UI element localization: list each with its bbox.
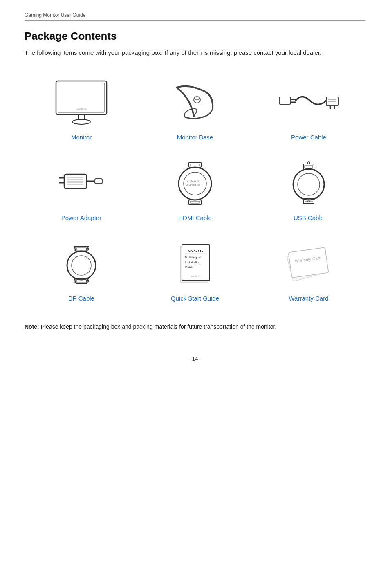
warranty-card-image: Warranty Card Warranty Card: [276, 238, 341, 291]
warranty-card-label: Warranty Card: [289, 295, 329, 302]
page-title: Package Contents: [25, 30, 365, 43]
svg-rect-29: [189, 162, 201, 167]
item-usb-cable: USB Cable: [252, 150, 365, 230]
svg-point-36: [298, 173, 320, 195]
item-power-cable: Power Cable: [252, 69, 365, 150]
monitor-base-label: Monitor Base: [177, 134, 213, 141]
item-hdmi-cable: GIGABYTE GIGABYTE HDMI Cable: [138, 150, 252, 230]
item-monitor: GIGABYTE Monitor: [25, 69, 138, 150]
item-warranty-card: Warranty Card Warranty Card Warranty Car…: [252, 230, 365, 311]
power-adapter-image: [49, 157, 114, 210]
hdmi-cable-image: GIGABYTE GIGABYTE: [162, 157, 228, 210]
svg-rect-34: [190, 201, 200, 203]
breadcrumb: Gaming Monitor User Guide: [25, 12, 365, 18]
intro-text: The following items come with your packa…: [25, 48, 365, 58]
package-contents-grid: GIGABYTE Monitor Monitor Base: [25, 69, 365, 311]
usb-cable-label: USB Cable: [294, 214, 324, 221]
svg-text:GIGABYTE: GIGABYTE: [186, 183, 200, 186]
svg-text:Multilingual: Multilingual: [185, 256, 201, 259]
svg-rect-38: [305, 165, 313, 168]
item-monitor-base: Monitor Base: [138, 69, 252, 150]
note-body: Please keep the packaging box and packin…: [39, 323, 277, 330]
power-cable-image: [276, 76, 341, 130]
monitor-label: Monitor: [71, 134, 92, 141]
item-dp-cable: DP Cable: [25, 230, 138, 311]
monitor-image: GIGABYTE: [49, 76, 114, 130]
svg-rect-44: [76, 248, 87, 251]
quick-start-guide-image: GIGABYTE Multilingual Installation Guide…: [162, 238, 228, 291]
page-number: - 14 -: [25, 356, 365, 362]
item-quick-start-guide: GIGABYTE Multilingual Installation Guide…: [138, 230, 252, 311]
dp-cable-image: [49, 238, 114, 291]
svg-text:HDMI™: HDMI™: [191, 275, 200, 278]
note-paragraph: Note: Please keep the packaging box and …: [25, 322, 365, 331]
svg-point-43: [72, 256, 91, 275]
svg-rect-33: [189, 200, 201, 205]
power-adapter-label: Power Adapter: [61, 214, 101, 221]
dp-cable-label: DP Cable: [68, 295, 94, 302]
svg-text:GIGABYTE: GIGABYTE: [186, 180, 200, 182]
power-cable-label: Power Cable: [291, 134, 326, 141]
hdmi-cable-label: HDMI Cable: [178, 214, 212, 221]
monitor-base-image: [162, 76, 228, 130]
svg-rect-2: [78, 114, 84, 119]
svg-rect-30: [190, 164, 200, 166]
note-label: Note:: [25, 323, 39, 330]
top-divider: [25, 20, 365, 21]
quick-start-guide-label: Quick Start Guide: [171, 295, 219, 302]
svg-text:Guide: Guide: [185, 265, 194, 269]
item-power-adapter: Power Adapter: [25, 150, 138, 230]
svg-point-3: [72, 119, 90, 124]
svg-text:Installation: Installation: [185, 260, 200, 264]
svg-text:GIGABYTE: GIGABYTE: [76, 108, 87, 110]
usb-cable-image: [276, 157, 341, 210]
svg-text:GIGABYTE: GIGABYTE: [188, 249, 204, 252]
svg-rect-21: [95, 179, 102, 184]
svg-rect-63: [289, 247, 329, 278]
svg-rect-8: [279, 97, 291, 104]
